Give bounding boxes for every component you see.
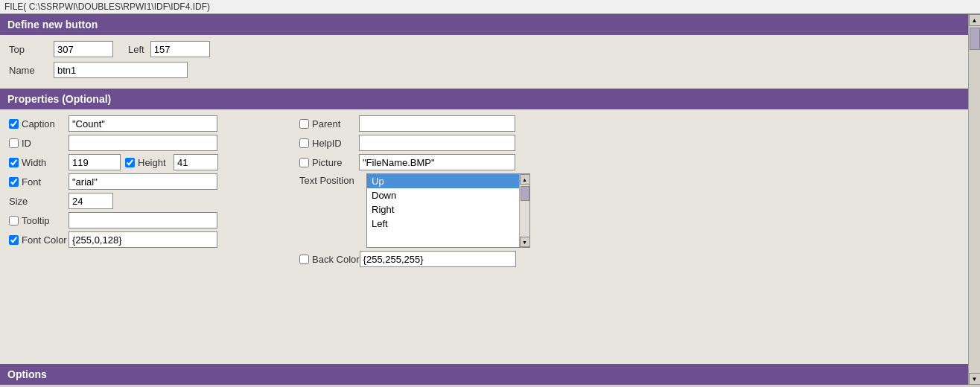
font-color-row: Font Color [9, 231, 292, 248]
dd-scroll-up[interactable]: ▲ [520, 174, 530, 185]
id-checkbox-label[interactable]: ID [9, 138, 69, 149]
size-label: Size [9, 196, 69, 207]
picture-row: Picture [299, 154, 560, 170]
height-checkbox[interactable] [125, 158, 135, 167]
picture-checkbox[interactable] [299, 158, 309, 167]
parent-checkbox-label[interactable]: Parent [299, 118, 359, 129]
text-position-dropdown-container: Up Down Right Left ▲ ▼ [366, 173, 530, 248]
helpid-row: HelpID [299, 135, 560, 151]
properties-section-header: Properties (Optional) [0, 89, 968, 109]
caption-row: Caption [9, 115, 292, 132]
caption-checkbox-label[interactable]: Caption [9, 118, 69, 129]
name-row: Name [9, 62, 959, 78]
width-input[interactable] [69, 154, 121, 170]
dd-scroll-down[interactable]: ▼ [520, 237, 530, 247]
size-row: Size [9, 193, 292, 209]
scroll-up-arrow[interactable]: ▲ [969, 14, 981, 26]
font-checkbox[interactable] [9, 177, 19, 187]
dd-scroll-thumb[interactable] [521, 186, 529, 201]
helpid-checkbox[interactable] [299, 138, 309, 148]
main-scrollbar[interactable]: ▲ ▼ [968, 14, 980, 385]
tooltip-row: Tooltip [9, 212, 292, 228]
back-color-input[interactable] [360, 251, 516, 267]
font-checkbox-label[interactable]: Font [9, 176, 69, 188]
text-position-dropdown[interactable]: Up Down Right Left ▲ ▼ [366, 173, 530, 248]
define-section-header: Define new button [0, 14, 968, 35]
caption-input[interactable] [69, 115, 217, 132]
top-input[interactable] [54, 41, 113, 57]
width-checkbox[interactable] [9, 158, 19, 167]
font-input[interactable] [69, 173, 217, 190]
scroll-thumb[interactable] [970, 28, 980, 50]
left-input[interactable] [150, 41, 210, 57]
left-label: Left [128, 44, 144, 55]
text-position-row: Text Position Up Down Right Left ▲ ▼ [299, 173, 560, 248]
width-height-row: Width Height [9, 154, 292, 170]
id-input[interactable] [69, 135, 217, 151]
font-color-input[interactable] [69, 231, 217, 248]
helpid-input[interactable] [359, 135, 515, 151]
tooltip-input[interactable] [69, 212, 217, 228]
height-input[interactable] [174, 154, 218, 170]
font-color-checkbox-label[interactable]: Font Color [9, 234, 69, 246]
name-input[interactable] [54, 62, 188, 78]
tooltip-checkbox-label[interactable]: Tooltip [9, 215, 69, 226]
picture-input[interactable] [359, 154, 515, 170]
properties-section: Caption ID [0, 109, 968, 276]
define-section: Top Left Name [0, 35, 968, 89]
name-label: Name [9, 65, 54, 76]
title-bar: FILE( C:\SSRPWI\DOUBLES\RPWI1\IDF\IDF4.I… [0, 0, 980, 14]
picture-checkbox-label[interactable]: Picture [299, 157, 359, 168]
parent-row: Parent [299, 115, 560, 132]
scroll-down-arrow[interactable]: ▼ [969, 373, 981, 385]
caption-checkbox[interactable] [9, 119, 19, 129]
height-checkbox-label[interactable]: Height [125, 157, 174, 168]
id-row: ID [9, 135, 292, 151]
options-section-header: Options [0, 364, 968, 385]
text-position-option-left[interactable]: Left [367, 217, 529, 231]
text-position-option-down[interactable]: Down [367, 188, 529, 202]
width-checkbox-label[interactable]: Width [9, 157, 69, 168]
back-color-checkbox[interactable] [299, 255, 309, 264]
back-color-checkbox-label[interactable]: Back Color [299, 254, 360, 265]
size-input[interactable] [69, 193, 113, 209]
helpid-checkbox-label[interactable]: HelpID [299, 138, 359, 149]
top-left-row: Top Left [9, 41, 959, 57]
top-label: Top [9, 44, 54, 55]
text-position-option-right[interactable]: Right [367, 202, 529, 217]
parent-checkbox[interactable] [299, 119, 309, 129]
back-color-row: Back Color [299, 251, 560, 267]
title-text: FILE( C:\SSRPWI\DOUBLES\RPWI1\IDF\IDF4.I… [4, 1, 210, 12]
props-left-col: Caption ID [9, 115, 292, 270]
text-position-option-up[interactable]: Up [367, 174, 529, 188]
props-two-col: Caption ID [9, 115, 959, 270]
main-container: ▲ ▼ Define new button Top Left Name Prop… [0, 14, 980, 385]
text-position-label: Text Position [299, 173, 366, 186]
dropdown-scrollbar[interactable]: ▲ ▼ [519, 174, 529, 247]
id-checkbox[interactable] [9, 138, 19, 148]
props-right-col: Parent HelpID [292, 115, 560, 270]
parent-input[interactable] [359, 115, 515, 132]
content-area: Define new button Top Left Name Properti… [0, 14, 968, 276]
tooltip-checkbox[interactable] [9, 216, 19, 226]
font-color-checkbox[interactable] [9, 235, 19, 245]
font-row: Font [9, 173, 292, 190]
